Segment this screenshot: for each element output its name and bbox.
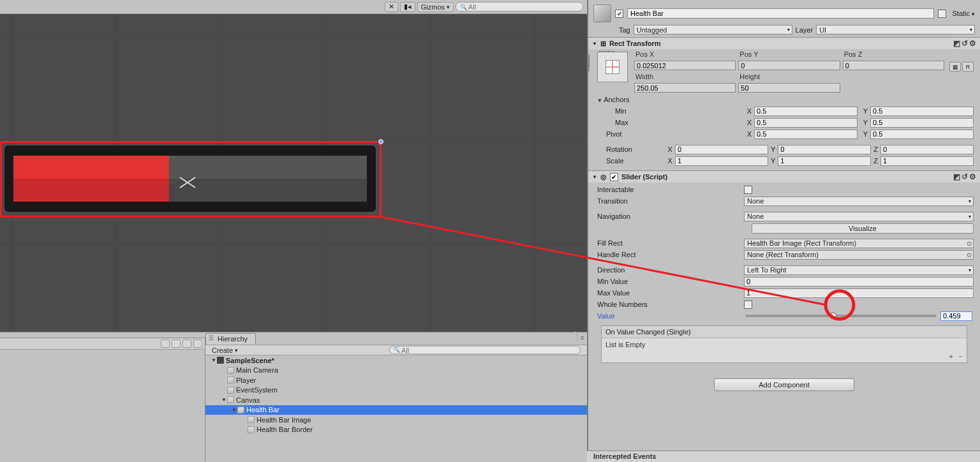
scene-row[interactable]: ▼SampleScene* [205, 355, 587, 366]
remove-event-icon[interactable]: － [957, 352, 964, 361]
height-field[interactable] [738, 83, 840, 93]
rect-transform-header[interactable]: ▼ ⊞ Rect Transform ◩↺⚙ [588, 38, 980, 49]
event-header: On Value Changed (Single) [602, 326, 967, 338]
slider-component: ▼ ◎ ✔ Slider (Script) ◩↺⚙ Interactable T… [588, 170, 980, 368]
static-checkbox[interactable] [938, 10, 946, 18]
wholenumbers-checkbox[interactable] [744, 301, 752, 309]
component-title: Rect Transform [609, 40, 950, 47]
camera-icon[interactable]: ▮◂ [400, 2, 415, 12]
menu-icon[interactable]: ⚙ [969, 39, 976, 48]
width-field[interactable] [634, 83, 736, 93]
svg-line-0 [188, 177, 195, 183]
minvalue-field[interactable] [744, 277, 974, 287]
scene-search[interactable]: All [456, 2, 583, 11]
wholenumbers-label: Whole Numbers [595, 301, 741, 308]
gameobject-name-input[interactable] [627, 8, 934, 19]
help-icon[interactable]: ◩ [953, 39, 960, 48]
label-icon[interactable] [182, 339, 191, 348]
raw-edit-icon[interactable]: R [962, 62, 974, 71]
foldout-icon[interactable]: ▼ [592, 41, 597, 47]
add-component-button[interactable]: Add Component [714, 378, 854, 391]
layer-dropdown[interactable]: UI [816, 25, 975, 34]
interactable-checkbox[interactable] [744, 186, 752, 194]
selection-handle-icon[interactable] [378, 139, 383, 144]
scene-view[interactable] [0, 14, 587, 332]
hierarchy-item[interactable]: ▼Canvas [205, 395, 587, 405]
hierarchy-item[interactable]: Player [205, 375, 587, 385]
hierarchy-item[interactable]: Health Bar Image [205, 415, 587, 425]
preset-icon[interactable]: ↺ [961, 172, 968, 181]
posy-field[interactable] [738, 61, 840, 70]
navigation-dropdown[interactable]: None [744, 212, 974, 221]
gameobject-cube-icon [248, 416, 255, 424]
hierarchy-tab[interactable]: Hierarchy [205, 333, 256, 345]
rot-y[interactable] [778, 145, 871, 154]
direction-dropdown[interactable]: Left To Right [744, 265, 974, 275]
rot-x[interactable] [675, 145, 768, 154]
gizmos-dropdown[interactable]: Gizmos [417, 2, 454, 12]
favorite-icon[interactable] [172, 339, 181, 348]
anchor-min-y[interactable] [870, 107, 974, 116]
transition-dropdown[interactable]: None [744, 197, 974, 206]
hierarchy-search[interactable]: All [389, 346, 581, 354]
menu-icon[interactable]: ⚙ [969, 172, 976, 181]
hierarchy-search-placeholder: All [401, 346, 409, 354]
maxvalue-field[interactable] [744, 288, 974, 298]
blueprint-mode-icon[interactable]: ▦ [949, 62, 961, 71]
anchor-left-label: middle [588, 54, 591, 71]
posz-field[interactable] [843, 61, 944, 70]
foldout-icon[interactable]: ▼ [592, 174, 597, 180]
intercepted-events-header[interactable]: Intercepted Events [587, 451, 980, 462]
direction-label: Direction [595, 266, 741, 274]
value-field[interactable] [940, 311, 972, 321]
transition-label: Transition [595, 197, 741, 205]
script-icon: ◎ [600, 173, 607, 181]
scl-y[interactable] [778, 156, 871, 166]
scl-z[interactable] [880, 156, 974, 166]
value-slider[interactable] [745, 315, 937, 317]
fillrect-field[interactable]: Health Bar Image (Rect Transform) [744, 239, 974, 248]
onvaluechanged-event: On Value Changed (Single) List is Empty … [601, 325, 967, 363]
pivot-x[interactable] [754, 130, 858, 139]
anchors-min-label: Min [595, 107, 741, 115]
hierarchy-tab-label: Hierarchy [218, 335, 248, 343]
anchor-min-x[interactable] [754, 107, 858, 116]
health-bar-selection[interactable] [0, 141, 382, 218]
posx-label: Pos X [634, 50, 736, 58]
slider-header[interactable]: ▼ ◎ ✔ Slider (Script) ◩↺⚙ [588, 171, 980, 183]
pivot-y[interactable] [870, 130, 974, 139]
tools-toggle-icon[interactable]: ✕ [385, 2, 398, 12]
move-gizmo-icon[interactable] [179, 174, 197, 191]
anchor-preset-button[interactable] [597, 52, 628, 82]
posy-label: Pos Y [738, 50, 840, 58]
anchor-max-y[interactable] [870, 118, 974, 128]
gameobject-enabled-checkbox[interactable]: ✔ [615, 10, 623, 18]
visualize-button[interactable]: Visualize [752, 223, 974, 234]
hierarchy-item[interactable]: Main Camera [205, 366, 587, 376]
svg-line-2 [188, 183, 195, 188]
type-icon[interactable] [193, 339, 202, 348]
hierarchy-item[interactable]: ▼Health Bar [205, 405, 587, 415]
gameobject-header: ✔ Static [588, 2, 980, 24]
add-event-icon[interactable]: ＋ [947, 352, 954, 361]
preset-icon[interactable]: ↺ [961, 39, 968, 48]
anchors-foldout[interactable]: ▼ Anchors [595, 96, 741, 103]
static-dropdown[interactable]: Static [952, 10, 975, 17]
help-icon[interactable]: ◩ [953, 172, 960, 181]
gameobject-cube-icon [227, 386, 234, 394]
handlerect-field[interactable]: None (Rect Transform) [744, 250, 974, 260]
rot-z[interactable] [880, 145, 974, 154]
scl-x[interactable] [675, 156, 768, 166]
hierarchy-item[interactable]: Health Bar Border [205, 425, 587, 435]
hierarchy-tree[interactable]: ▼SampleScene*Main CameraPlayerEventSyste… [205, 355, 587, 462]
create-dropdown[interactable]: Create [208, 346, 242, 354]
health-bar-fill [13, 156, 169, 202]
filter-icon[interactable] [161, 339, 170, 348]
component-enabled-checkbox[interactable]: ✔ [610, 173, 618, 181]
posx-field[interactable] [634, 61, 736, 70]
panel-menu-icon[interactable]: ⋮≡ [574, 334, 584, 342]
hierarchy-item[interactable]: EventSystem [205, 385, 587, 396]
tag-dropdown[interactable]: Untagged [634, 25, 792, 34]
scale-label: Scale [595, 157, 665, 165]
anchor-max-x[interactable] [754, 118, 858, 128]
